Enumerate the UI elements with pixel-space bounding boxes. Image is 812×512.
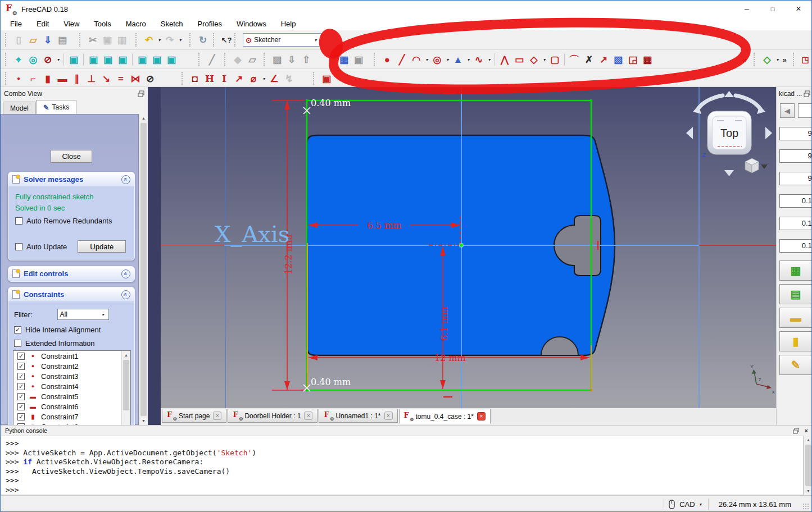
- edit-sketch-icon[interactable]: ▦: [337, 52, 351, 67]
- menu-view[interactable]: View: [56, 19, 87, 29]
- python-console-output[interactable]: >>> >>> ActiveSketch = App.ActiveDocumen…: [1, 436, 804, 495]
- create-arc-icon[interactable]: ◠: [409, 52, 424, 67]
- view-left-icon[interactable]: ▣: [164, 52, 179, 67]
- menu-file[interactable]: File: [3, 19, 29, 29]
- toolbar-handle[interactable]: [793, 53, 796, 66]
- create-polygon-icon[interactable]: ◇: [527, 52, 541, 67]
- draw-style-icon[interactable]: ⊘: [40, 52, 55, 67]
- sketch-vertex[interactable]: [590, 99, 592, 102]
- dim-label-040-top[interactable]: 0.40 mm: [311, 98, 351, 108]
- constrain-distance-icon[interactable]: ↗: [232, 71, 246, 86]
- dock-float-icon[interactable]: [804, 90, 810, 97]
- nav-cube-top-label[interactable]: Top: [720, 127, 738, 139]
- create-sketch-icon[interactable]: ▨: [270, 52, 284, 67]
- toolbar-handle[interactable]: [234, 33, 238, 47]
- refresh-icon[interactable]: ↻: [196, 33, 210, 47]
- scroll-up-icon[interactable]: ▲: [139, 114, 148, 122]
- constraint-checkbox[interactable]: ✓: [17, 373, 25, 380]
- dim-label-040-bottom[interactable]: 0.40 mm: [311, 377, 351, 387]
- view-rear-icon[interactable]: ▣: [135, 52, 149, 67]
- dock-float-icon[interactable]: [138, 90, 144, 97]
- conic-dropdown-icon[interactable]: ▾: [465, 57, 471, 62]
- menu-windows[interactable]: Windows: [229, 19, 274, 29]
- constraint-checkbox[interactable]: ✓: [17, 403, 25, 410]
- menu-macro[interactable]: Macro: [119, 19, 153, 29]
- save-icon[interactable]: ⇓: [40, 33, 55, 47]
- paste-icon[interactable]: ▥: [115, 33, 129, 47]
- python-console-header[interactable]: Python console ×: [1, 426, 812, 436]
- scrollbar-thumb[interactable]: [140, 123, 147, 416]
- close-task-button[interactable]: Close: [51, 150, 92, 163]
- scroll-down-icon[interactable]: ▼: [139, 417, 148, 425]
- toolbar-handle[interactable]: [79, 33, 83, 47]
- toolbar-handle[interactable]: [135, 33, 139, 47]
- rotation-z-field[interactable]: 90: [779, 172, 812, 185]
- constrain-coincident-icon[interactable]: ●: [11, 71, 26, 86]
- fit-all-icon[interactable]: ⌖: [11, 52, 26, 67]
- overflow-chevron-icon[interactable]: »: [740, 52, 749, 67]
- menu-sketch[interactable]: Sketch: [153, 19, 190, 29]
- measure-distance-icon[interactable]: ╱: [205, 52, 219, 67]
- tab-close-icon[interactable]: ×: [477, 412, 486, 420]
- dim-label-6-5[interactable]: 6.5 mm: [368, 220, 402, 231]
- circle-dropdown-icon[interactable]: ▾: [444, 57, 451, 62]
- toggle-driving-constraint-icon[interactable]: ▣: [319, 71, 334, 86]
- draw-style-dropdown-icon[interactable]: ▾: [55, 57, 61, 62]
- fillet-icon[interactable]: ⌒: [567, 52, 582, 67]
- tab-tasks[interactable]: ✎ Tasks: [36, 100, 77, 114]
- doc-tab-tomu-case[interactable]: F⚙ tomu_0.4_case : 1* ×: [399, 409, 491, 424]
- view-right-icon[interactable]: ▣: [115, 52, 130, 67]
- copy-icon[interactable]: ▣: [100, 33, 115, 47]
- toolbar-handle[interactable]: [182, 72, 185, 85]
- create-line-icon[interactable]: ╱: [394, 52, 409, 67]
- toolbar-handle[interactable]: [313, 72, 316, 85]
- constrain-horizontal-icon[interactable]: ▬: [55, 71, 70, 86]
- map-sketch-icon[interactable]: ⇩: [284, 52, 299, 67]
- toolbar-handle[interactable]: [189, 33, 193, 47]
- update-button[interactable]: Update: [78, 240, 126, 253]
- constrain-vertical-distance-icon[interactable]: I: [217, 71, 232, 86]
- toolbar-handle[interactable]: [213, 33, 216, 47]
- tasks-scrollbar[interactable]: ▲ ▼: [139, 114, 148, 425]
- constrain-equal-icon[interactable]: =: [114, 71, 128, 86]
- sketch-vertex[interactable]: [306, 389, 308, 391]
- arc-dropdown-icon[interactable]: ▾: [424, 57, 430, 62]
- menu-help[interactable]: Help: [274, 19, 303, 29]
- trim-edge-icon[interactable]: ✗: [582, 52, 596, 67]
- constraint-checkbox[interactable]: ✓: [17, 353, 25, 360]
- radius-dropdown-icon[interactable]: ▾: [261, 76, 267, 81]
- menu-profiles[interactable]: Profiles: [190, 19, 229, 29]
- view-sketch-icon[interactable]: ▣: [351, 52, 366, 67]
- collapse-icon[interactable]: «: [121, 269, 130, 278]
- 3d-viewport[interactable]: 12.2 mm 6.5 mm 6.1 mm 12 mm: [161, 87, 776, 408]
- sketch-origin-point[interactable]: [460, 244, 463, 247]
- constraint-row[interactable]: ✓●Constraint1: [13, 351, 130, 361]
- constrain-radius-icon[interactable]: ⌀: [246, 71, 261, 86]
- whats-this-icon[interactable]: ↖?: [219, 33, 234, 47]
- extend-edge-icon[interactable]: ↗: [596, 52, 611, 67]
- dock-float-icon[interactable]: [793, 428, 799, 434]
- view-axonometric-icon[interactable]: ▣: [66, 52, 81, 67]
- carbon-copy-icon[interactable]: ◲: [625, 52, 640, 67]
- dim-label-12[interactable]: 12 mm: [434, 353, 466, 363]
- new-file-icon[interactable]: ▯: [11, 33, 26, 47]
- constraint-row[interactable]: ✓●Constraint4: [13, 381, 130, 391]
- doc-tab-unnamed1[interactable]: F⚙ Unnamed1 : 1* ×: [319, 409, 397, 423]
- constrain-tangent-icon[interactable]: ↘: [99, 71, 114, 86]
- menu-tools[interactable]: Tools: [87, 19, 118, 29]
- sketch-vertex[interactable]: [306, 99, 308, 102]
- minimize-button[interactable]: ─: [734, 1, 760, 17]
- navigation-style-select[interactable]: CAD ▾: [679, 500, 703, 509]
- python-console-scrollbar[interactable]: ▲ ▼: [804, 436, 812, 495]
- tab-close-icon[interactable]: ×: [213, 412, 221, 420]
- doc-tab-start-page[interactable]: F⚙ Start page ×: [162, 409, 226, 423]
- polygon-dropdown-icon[interactable]: ▾: [541, 57, 547, 62]
- filter-select[interactable]: All ▾: [57, 309, 109, 320]
- constraint-list-scrollbar[interactable]: ▲ ▼: [121, 351, 130, 425]
- maximize-button[interactable]: □: [760, 1, 786, 17]
- create-polyline-icon[interactable]: ⋀: [497, 52, 512, 67]
- export-step-button[interactable]: ▬: [779, 308, 812, 328]
- bspline-tools-dropdown-icon[interactable]: ▾: [774, 57, 781, 62]
- blank-button[interactable]: [798, 103, 812, 118]
- constraint-checkbox[interactable]: ✓: [17, 413, 25, 420]
